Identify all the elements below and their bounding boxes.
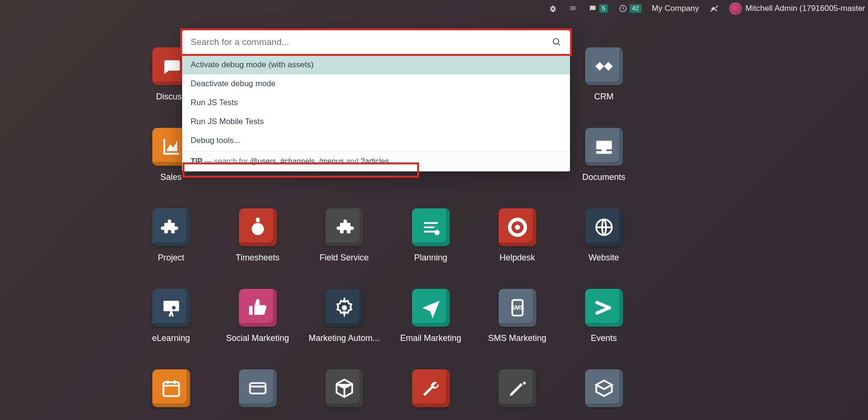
app-icon	[412, 208, 450, 246]
app-label: CRM	[594, 92, 614, 102]
app-slot-24[interactable]	[128, 369, 214, 414]
app-icon	[152, 208, 190, 246]
app-sms-marketing[interactable]: SMSSMS Marketing	[474, 289, 561, 343]
app-marketing-autom-[interactable]: Marketing Autom...	[301, 289, 387, 343]
app-label: Project	[158, 253, 184, 263]
app-icon	[585, 208, 623, 246]
tip-label: TIP	[191, 157, 202, 165]
svg-rect-11	[163, 382, 179, 396]
app-icon	[325, 289, 363, 327]
app-label: Field Service	[319, 253, 368, 263]
command-item[interactable]: Debug tools...	[182, 131, 570, 150]
app-icon	[239, 208, 277, 246]
command-search-row	[182, 30, 570, 54]
app-icon	[585, 289, 623, 327]
app-icon	[499, 208, 536, 246]
app-icon	[325, 369, 363, 407]
tools-icon[interactable]	[710, 4, 719, 13]
app-label: Timesheets	[236, 253, 279, 263]
app-project[interactable]: Project	[128, 208, 214, 263]
app-slot-27[interactable]	[387, 369, 474, 414]
app-icon	[325, 208, 363, 246]
app-icon: SMS	[499, 289, 536, 327]
app-icon	[239, 369, 277, 407]
app-label: Marketing Autom...	[308, 333, 379, 343]
svg-point-4	[515, 225, 520, 230]
app-planning[interactable]: Planning	[387, 208, 474, 263]
app-social-marketing[interactable]: Social Marketing	[214, 289, 301, 343]
command-item[interactable]: Run JS Mobile Tests	[182, 112, 570, 131]
app-events[interactable]: Events	[561, 289, 647, 343]
app-slot-28[interactable]	[474, 369, 561, 414]
command-item[interactable]: Run JS Tests	[182, 93, 570, 112]
app-email-marketing[interactable]: Email Marketing	[387, 289, 474, 343]
app-icon	[585, 369, 623, 407]
app-website[interactable]: Website	[561, 208, 647, 263]
app-label: eLearning	[152, 333, 190, 343]
app-timesheets[interactable]: Timesheets	[214, 208, 301, 263]
app-slot-25[interactable]	[214, 369, 301, 414]
messages-badge: 5	[599, 4, 608, 13]
svg-rect-12	[250, 383, 265, 393]
user-menu[interactable]: Mitchell Admin (17916005-master	[729, 2, 865, 15]
app-label: SMS Marketing	[488, 333, 546, 343]
app-icon	[585, 128, 623, 166]
svg-point-13	[553, 39, 559, 45]
command-item[interactable]: Activate debug mode (with assets)	[182, 55, 570, 74]
tray-icon[interactable]	[568, 4, 578, 13]
app-slot-26[interactable]	[301, 369, 387, 414]
app-label: Events	[591, 333, 617, 343]
app-documents[interactable]: Documents	[561, 128, 647, 182]
activities-badge: 42	[630, 4, 641, 13]
app-label: Social Marketing	[226, 333, 289, 343]
app-icon	[412, 369, 450, 407]
app-label: Sales	[160, 172, 182, 182]
app-label: Helpdesk	[500, 253, 535, 263]
app-icon	[499, 369, 536, 407]
app-label: Discuss	[156, 92, 186, 102]
command-palette: Activate debug mode (with assets)Deactiv…	[182, 30, 570, 171]
command-list: Activate debug mode (with assets)Deactiv…	[182, 54, 570, 151]
bug-icon[interactable]	[548, 4, 558, 13]
top-navbar: 5 42 My Company Mitchell Admin (17916005…	[548, 0, 868, 17]
app-label: Planning	[414, 253, 447, 263]
app-label: Email Marketing	[400, 333, 461, 343]
activities-indicator[interactable]: 42	[618, 4, 641, 13]
app-label: Website	[588, 253, 619, 263]
search-icon	[552, 37, 561, 47]
svg-point-8	[342, 305, 347, 311]
command-tip: TIP — search for @users, #channels, /men…	[182, 151, 570, 171]
svg-text:SMS: SMS	[511, 304, 524, 311]
app-icon	[239, 289, 277, 327]
clock-icon	[618, 4, 628, 13]
svg-point-2	[434, 230, 439, 235]
app-helpdesk[interactable]: Helpdesk	[474, 208, 561, 263]
command-item[interactable]: Deactivate debug mode	[182, 74, 570, 93]
messages-icon	[588, 4, 597, 13]
app-elearning[interactable]: eLearning	[128, 289, 214, 343]
avatar	[729, 2, 742, 15]
app-field-service[interactable]: Field Service	[301, 208, 387, 263]
app-crm[interactable]: CRM	[561, 47, 647, 102]
app-icon	[152, 369, 190, 407]
messages-indicator[interactable]: 5	[588, 4, 608, 13]
command-search-input[interactable]	[191, 37, 552, 47]
svg-point-7	[172, 306, 175, 309]
app-icon	[585, 47, 623, 85]
company-selector[interactable]: My Company	[652, 4, 699, 13]
app-icon	[152, 289, 190, 327]
app-label: Documents	[582, 172, 625, 182]
app-slot-29[interactable]	[561, 369, 647, 414]
app-icon	[412, 289, 450, 327]
user-name: Mitchell Admin (17916005-master	[745, 4, 865, 13]
